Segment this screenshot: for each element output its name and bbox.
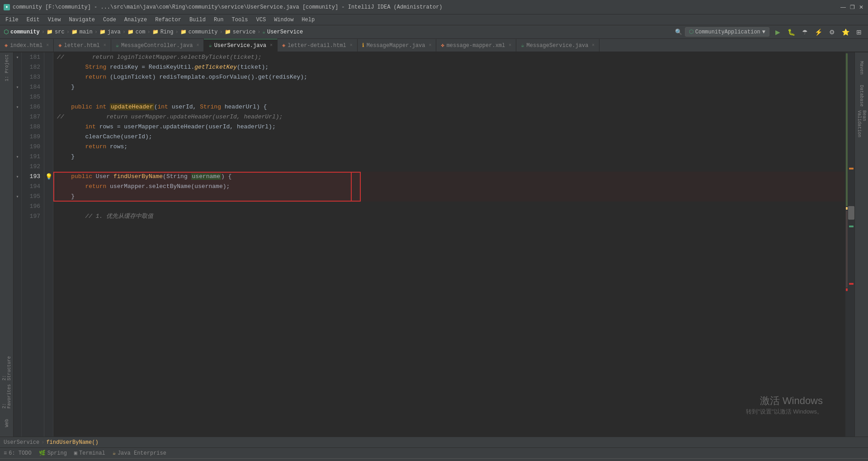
fold-193[interactable]: ▾ <box>16 174 19 179</box>
menu-build[interactable]: Build <box>186 16 209 24</box>
tab-label-messagemapper: MessageMapper.java <box>367 42 425 49</box>
bc-label-com[interactable]: com <box>136 29 146 35</box>
code-content[interactable]: // return loginTicketMapper.selectByTick… <box>53 52 848 437</box>
tab-messagecontroller[interactable]: ☕ MessageController.java × <box>111 39 204 52</box>
menu-view[interactable]: View <box>44 16 65 24</box>
scroll-thumb[interactable] <box>848 206 854 220</box>
bt-java-enterprise[interactable]: ☕ Java Enterprise <box>113 450 166 456</box>
bottom-toolbar: ≡ 6: TODO 🌿 Spring ▣ Terminal ☕ Java Ent… <box>0 447 868 458</box>
coverage-button[interactable]: ☂ <box>799 27 810 38</box>
fold-181[interactable]: ▾ <box>16 55 19 60</box>
bulb-187 <box>44 112 53 122</box>
tab-icon-xml: ✤ <box>441 42 444 49</box>
tab-close-messageservice[interactable]: × <box>592 43 594 48</box>
sidebar-web[interactable]: Web <box>1 409 13 437</box>
tab-close-xml[interactable]: × <box>509 43 511 48</box>
sidebar-favorites[interactable]: 2: Favorites <box>1 381 13 409</box>
run-button[interactable]: ▶ <box>772 27 783 38</box>
menu-edit[interactable]: Edit <box>23 16 43 24</box>
menu-refactor[interactable]: Refactor <box>151 16 185 24</box>
folder-icon-com: 📁 <box>127 29 134 35</box>
code-line-186: public int updateHeader(int userId, Stri… <box>57 102 844 112</box>
bc-label-java[interactable]: java <box>108 29 121 35</box>
gutter-193: ▾ <box>14 172 21 182</box>
tab-close-userservice[interactable]: × <box>270 43 273 48</box>
bulb-191 <box>44 152 53 162</box>
bc-label-service[interactable]: service <box>233 29 255 35</box>
gutter-186: ▾ <box>14 102 21 112</box>
tab-letter-detail[interactable]: ◈ letter-detail.html × <box>278 39 358 52</box>
menu-analyze[interactable]: Analyze <box>121 16 151 24</box>
menu-window[interactable]: Window <box>270 16 297 24</box>
profile-button[interactable]: ⚡ <box>813 27 824 38</box>
window-controls[interactable]: — ❐ ✕ <box>840 4 864 10</box>
breadcrumb-sep-4: › <box>123 29 126 35</box>
menu-file[interactable]: File <box>2 16 22 24</box>
minimize-button[interactable]: — <box>840 4 846 10</box>
bc-label-ring[interactable]: Ring <box>160 29 174 35</box>
fold-195[interactable]: ▾ <box>16 194 19 199</box>
tab-letter-html[interactable]: ◈ letter.html × <box>54 39 111 52</box>
fold-191[interactable]: ▾ <box>16 154 19 160</box>
bt-terminal[interactable]: ▣ Terminal <box>74 450 105 456</box>
settings-button[interactable]: ⚙ <box>826 27 837 38</box>
color-bar-yellow <box>846 207 848 210</box>
bb-file[interactable]: UserService <box>4 439 39 446</box>
sidebar-project[interactable]: 1: Project <box>1 54 13 81</box>
breadcrumb-community[interactable]: community <box>10 29 40 35</box>
menu-run[interactable]: Run <box>210 16 227 24</box>
tab-messageservice[interactable]: ☕ MessageService.java × <box>516 39 599 52</box>
linenum-197: 197 <box>24 212 40 221</box>
code-editor[interactable]: ▾ ▾ ▾ <box>14 52 854 437</box>
gutter-195: ▾ <box>14 192 21 202</box>
tab-close-letter[interactable]: × <box>104 43 106 48</box>
bc-label-userservice[interactable]: UserService <box>267 29 303 35</box>
menu-tools[interactable]: Tools <box>228 16 252 24</box>
rs-bean-validation[interactable]: Bean Validation <box>856 110 868 137</box>
left-sidebar: 1: Project 2: Structure 2: Favorites Web <box>0 52 14 437</box>
scrollbar[interactable] <box>848 52 854 437</box>
color-bar-red <box>846 288 848 291</box>
bt-todo[interactable]: ≡ 6: TODO <box>4 450 32 456</box>
search-icon[interactable]: 🔍 <box>675 28 682 36</box>
run-config-dropdown[interactable]: ⬡ CommunityApplication ▼ <box>685 27 769 37</box>
tab-message-mapper-xml[interactable]: ✤ message-mapper.xml × <box>436 39 516 52</box>
tab-close-index[interactable]: × <box>46 43 49 48</box>
expand-button[interactable]: ⊞ <box>854 27 864 38</box>
bc-label-src[interactable]: src <box>55 29 65 35</box>
gutter-192 <box>14 162 21 172</box>
bulb-194 <box>44 182 53 192</box>
bc-label-main[interactable]: main <box>80 29 93 35</box>
bulb-195 <box>44 192 53 202</box>
close-button[interactable]: ✕ <box>858 4 864 10</box>
bookmark-button[interactable]: ⭐ <box>840 27 851 38</box>
debug-button[interactable]: 🐛 <box>786 27 797 38</box>
code-line-197: // 1. 优先从缓存中取值 <box>57 212 844 221</box>
menu-code[interactable]: Code <box>99 16 120 24</box>
tab-index-html[interactable]: ◈ index.html × <box>0 39 54 52</box>
menu-navigate[interactable]: Navigate <box>65 16 99 24</box>
fold-184[interactable]: ▾ <box>16 85 19 90</box>
sidebar-structure[interactable]: 2: Structure <box>1 353 13 381</box>
menu-vcs[interactable]: VCS <box>253 16 270 24</box>
tab-messagemapper[interactable]: ℹ MessageMapper.java × <box>358 39 437 52</box>
menu-help[interactable]: Help <box>298 16 318 24</box>
bt-spring[interactable]: 🌿 Spring <box>39 450 67 456</box>
gutter-181: ▾ <box>14 52 21 62</box>
tab-close-msgctrl[interactable]: × <box>196 43 199 48</box>
bc-service: 📁 service <box>225 29 255 35</box>
tab-close-messagemapper[interactable]: × <box>429 43 431 48</box>
fold-186[interactable]: ▾ <box>16 104 19 110</box>
bb-method[interactable]: findUserByName() <box>46 439 98 446</box>
bulb-193[interactable]: 💡 <box>44 172 53 182</box>
tab-close-letter-detail[interactable]: × <box>350 43 353 48</box>
linenum-191: 191 <box>24 152 40 162</box>
rs-maven[interactable]: Maven <box>856 54 868 81</box>
bc-label-community[interactable]: community <box>189 29 218 35</box>
linenum-189: 189 <box>24 132 40 142</box>
maximize-button[interactable]: ❐ <box>849 4 855 10</box>
tab-userservice[interactable]: ☕ UserService.java × <box>204 39 277 52</box>
rs-database[interactable]: Database <box>856 82 868 109</box>
lightbulb-icon[interactable]: 💡 <box>45 173 52 180</box>
bt-todo-label: 6: TODO <box>9 450 31 456</box>
